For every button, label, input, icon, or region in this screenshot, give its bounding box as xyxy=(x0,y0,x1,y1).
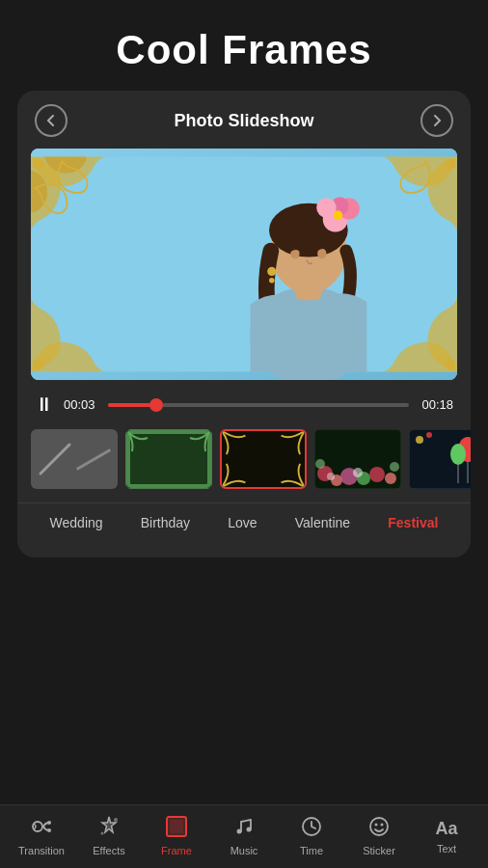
tab-valentine[interactable]: Valentine xyxy=(291,513,354,532)
effects-icon xyxy=(97,815,121,842)
svg-point-20 xyxy=(269,203,348,258)
category-tabs: Wedding Birthday Love Valentine Festival xyxy=(17,502,471,544)
pause-button[interactable]: ⏸ xyxy=(35,393,54,416)
svg-point-43 xyxy=(353,468,363,477)
thumb-green-inner xyxy=(125,429,212,489)
green-frame-thumb xyxy=(126,430,211,488)
svg-point-67 xyxy=(375,824,378,827)
chevron-left-icon xyxy=(43,113,59,128)
svg-point-41 xyxy=(315,459,325,469)
sticker-label: Sticker xyxy=(363,845,395,856)
svg-point-7 xyxy=(50,359,56,365)
current-time: 00:03 xyxy=(64,397,98,412)
nav-transition[interactable]: Transition xyxy=(17,815,66,856)
svg-point-8 xyxy=(39,346,44,352)
svg-point-54 xyxy=(416,436,423,444)
svg-point-26 xyxy=(316,198,336,217)
progress-dot xyxy=(149,398,163,412)
time-label: Time xyxy=(300,845,323,856)
svg-point-16 xyxy=(445,359,455,369)
nav-sticker[interactable]: Sticker xyxy=(355,815,403,856)
nav-frame[interactable]: Frame xyxy=(152,815,201,856)
svg-point-11 xyxy=(444,346,449,352)
svg-point-57 xyxy=(47,821,51,825)
time-icon xyxy=(300,815,323,842)
nav-time[interactable]: Time xyxy=(287,815,336,856)
text-label: Text xyxy=(437,843,456,854)
nav-right-button[interactable] xyxy=(420,104,453,137)
gold-frame-thumb xyxy=(222,430,305,488)
playback-bar: ⏸ 00:03 00:18 xyxy=(17,380,471,423)
svg-point-19 xyxy=(271,208,346,294)
thumbnail-floral[interactable] xyxy=(314,429,401,489)
thumbnail-balloon[interactable] xyxy=(409,429,471,489)
app-title-container: Cool Frames xyxy=(0,0,488,91)
svg-rect-31 xyxy=(128,432,209,486)
nav-music[interactable]: Music xyxy=(220,815,268,856)
svg-point-29 xyxy=(269,278,275,284)
svg-point-2 xyxy=(39,176,44,182)
chevron-right-icon xyxy=(429,113,445,128)
nav-left-button[interactable] xyxy=(35,104,68,137)
svg-point-17 xyxy=(251,286,367,380)
main-card: Photo Slideshow xyxy=(17,91,471,557)
svg-point-9 xyxy=(449,364,456,370)
svg-point-23 xyxy=(323,207,348,232)
bottom-nav: Transition Effects Frame xyxy=(0,804,488,868)
svg-point-39 xyxy=(369,467,385,482)
transition-label: Transition xyxy=(18,845,65,856)
floral-frame-thumb xyxy=(315,430,400,488)
thumb-floral-inner xyxy=(314,429,401,489)
thumb-balloon-inner xyxy=(409,429,471,489)
sticker-icon xyxy=(367,815,391,842)
svg-rect-33 xyxy=(222,431,305,488)
card-header: Photo Slideshow xyxy=(17,91,471,149)
progress-bar[interactable] xyxy=(108,403,409,407)
tab-birthday[interactable]: Birthday xyxy=(137,513,194,532)
svg-point-5 xyxy=(444,176,449,182)
svg-point-68 xyxy=(381,824,384,827)
nav-text[interactable]: Aa Text xyxy=(422,817,471,854)
svg-point-22 xyxy=(317,248,326,258)
svg-point-44 xyxy=(327,473,335,480)
thumbnail-gold[interactable] xyxy=(220,429,307,489)
svg-point-0 xyxy=(32,158,39,165)
svg-point-15 xyxy=(33,359,43,369)
effects-label: Effects xyxy=(93,845,124,856)
thumb-empty-inner xyxy=(31,429,118,489)
total-time: 00:18 xyxy=(419,397,453,412)
thumbnail-green[interactable] xyxy=(125,429,212,489)
tab-wedding[interactable]: Wedding xyxy=(46,513,107,532)
music-icon xyxy=(232,815,256,842)
svg-point-27 xyxy=(334,210,342,219)
tab-love[interactable]: Love xyxy=(224,513,260,532)
svg-rect-12 xyxy=(31,157,457,372)
svg-point-1 xyxy=(50,165,56,171)
thumbnails-row xyxy=(17,423,471,499)
slideshow-title: Photo Slideshow xyxy=(174,111,313,131)
nav-effects[interactable]: Effects xyxy=(85,815,133,856)
svg-point-42 xyxy=(390,462,399,472)
svg-point-63 xyxy=(237,829,242,834)
tab-festival[interactable]: Festival xyxy=(384,513,442,532)
progress-fill xyxy=(108,403,156,407)
music-label: Music xyxy=(230,845,258,856)
text-icon: Aa xyxy=(435,817,457,840)
transition-icon xyxy=(30,815,53,842)
photo-preview xyxy=(31,149,457,380)
svg-line-30 xyxy=(41,445,69,474)
svg-point-64 xyxy=(247,827,252,832)
svg-point-55 xyxy=(426,432,432,438)
frame-icon xyxy=(165,815,188,842)
frame-label: Frame xyxy=(161,845,192,856)
svg-rect-62 xyxy=(170,820,183,833)
svg-point-58 xyxy=(47,828,51,832)
svg-point-14 xyxy=(445,158,455,169)
svg-point-13 xyxy=(33,158,43,169)
photo-bg xyxy=(31,149,457,380)
thumbnail-empty[interactable] xyxy=(31,429,118,489)
svg-point-66 xyxy=(370,818,388,835)
gold-frame-overlay xyxy=(31,149,457,380)
svg-point-25 xyxy=(331,197,349,215)
slash-icon xyxy=(36,440,74,478)
